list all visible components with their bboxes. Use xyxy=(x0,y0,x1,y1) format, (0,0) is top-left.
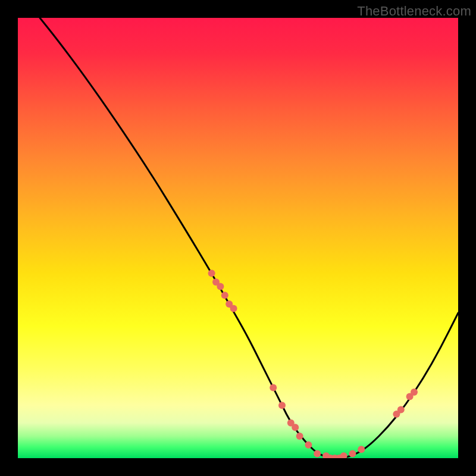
highlight-dot xyxy=(305,441,312,449)
highlight-dot xyxy=(230,305,237,312)
highlight-dot xyxy=(340,452,347,458)
bottleneck-curve xyxy=(40,18,458,458)
highlight-dot xyxy=(314,450,321,458)
highlight-dot xyxy=(221,292,228,299)
highlight-dot xyxy=(296,433,303,440)
highlight-dot xyxy=(270,384,277,392)
highlight-dot xyxy=(349,450,356,458)
watermark-text: TheBottleneck.com xyxy=(357,4,471,19)
highlight-dot xyxy=(292,424,299,431)
highlight-dot xyxy=(217,283,224,290)
highlight-dot xyxy=(411,389,418,396)
highlight-dot xyxy=(358,446,365,453)
highlight-dot xyxy=(397,406,405,414)
highlight-dot xyxy=(278,402,286,409)
highlight-dot xyxy=(208,270,215,277)
plot-area xyxy=(18,18,458,458)
chart-svg xyxy=(18,18,458,458)
highlight-dots-group xyxy=(208,270,418,458)
